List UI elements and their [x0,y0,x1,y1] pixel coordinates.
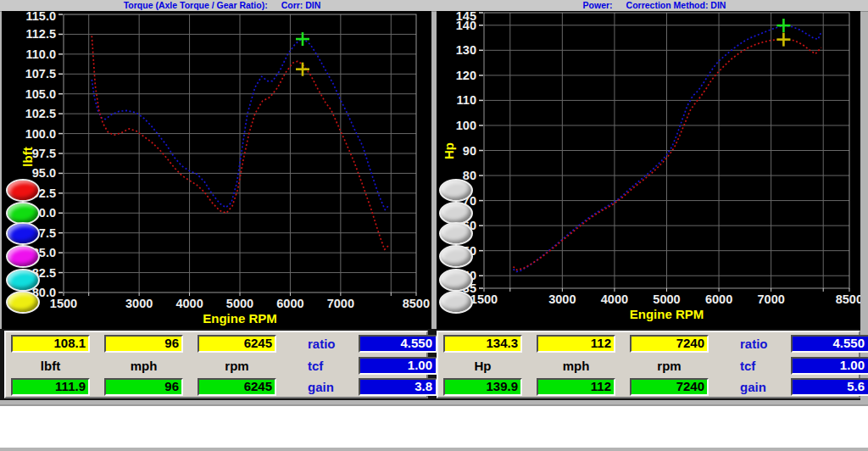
footer-bar: HPS PERFORMANCE PRODUCTS Folder Run ID D… [0,404,868,448]
svg-text:Engine RPM: Engine RPM [203,311,277,326]
dyno-application-window: Torque (Axle Torque / Gear Ratio):Corr: … [0,0,868,451]
bottom-frame-edge [0,448,868,451]
power-unit-label: Hp [443,359,522,373]
speed-unit-label-2: mph [537,359,615,373]
power-corrected-value: 139.9 [443,378,522,396]
torque-correction-label: Corr: DIN [281,0,321,10]
torque-gain-value: 3.8 [359,378,437,396]
power-units-row: Hp mph rpm tcf 1.00 [443,357,868,375]
torque-curve-button-red[interactable] [6,179,40,202]
svg-text:Engine RPM: Engine RPM [630,307,704,321]
svg-text:97.5: 97.5 [32,147,56,160]
power-readout-panel: 134.3 112 7240 ratio 4.550 Hp mph rpm tc… [437,331,860,398]
power-curve-button-5 [439,269,473,292]
torque-corrected-value: 111.9 [11,378,90,396]
power-corrected-mph: 112 [537,378,615,396]
torque-ratio-label: ratio [308,337,359,351]
power-peak-value: 134.3 [443,335,522,353]
svg-text:95.0: 95.0 [32,166,56,180]
svg-text:90: 90 [463,144,476,158]
torque-curve-button-yellow[interactable] [6,291,40,314]
torque-corrected-rpm: 6245 [198,378,276,396]
power-corrected-row: 139.9 112 7240 gain 5.6 [443,378,868,396]
torque-corrected-row: 111.9 96 6245 gain 3.8 [11,378,437,396]
power-tcf-value: 1.00 [791,357,868,375]
power-curve-button-2 [439,202,473,225]
torque-gain-label: gain [308,380,359,394]
rpm-unit-label-2: rpm [630,359,709,373]
svg-text:4000: 4000 [175,297,203,310]
torque-tcf-value: 1.00 [359,357,437,375]
torque-chart-title: Torque (Axle Torque / Gear Ratio):Corr: … [124,0,321,10]
power-peak-rpm: 7240 [630,335,709,353]
torque-chart: 1500300040005000600070008500115.0112.511… [2,11,431,329]
power-curve-button-4 [439,245,473,268]
torque-unit-label: lbft [11,359,90,373]
svg-text:lbft: lbft [20,147,35,166]
power-ratio-value: 4.550 [791,335,868,353]
torque-peak-rpm: 6245 [198,335,276,353]
svg-text:115.0: 115.0 [26,11,57,23]
torque-curve-button-magenta[interactable] [6,245,40,268]
power-gain-value: 5.6 [791,378,868,396]
svg-text:Hp: Hp [442,142,456,159]
power-curve-button-6 [439,291,473,314]
torque-curve-button-cyan[interactable] [6,269,40,292]
power-gain-label: gain [740,380,791,394]
svg-text:120: 120 [456,69,476,82]
svg-text:110: 110 [457,93,476,107]
power-chart-title: Power:Correction Method: DIN [583,0,726,10]
torque-curve-button-blue[interactable] [6,222,40,245]
svg-text:3000: 3000 [125,297,153,310]
svg-text:4000: 4000 [601,292,628,306]
svg-text:110.0: 110.0 [26,47,57,61]
power-plot-area: 1500300040005000600070008500145140130120… [437,11,860,329]
power-ratio-label: ratio [740,337,791,351]
svg-text:8500: 8500 [836,292,860,306]
torque-units-row: lbft mph rpm tcf 1.00 [11,357,437,375]
torque-curve-button-green[interactable] [6,202,40,225]
svg-text:6000: 6000 [705,292,732,306]
power-corrected-rpm: 7240 [630,378,709,396]
svg-text:5000: 5000 [226,297,253,310]
svg-text:3000: 3000 [548,292,576,306]
svg-text:5000: 5000 [653,292,680,306]
torque-corrected-mph: 96 [104,378,183,396]
torque-peak-mph: 96 [104,335,183,353]
svg-text:107.5: 107.5 [25,67,56,81]
svg-text:105.0: 105.0 [25,87,56,101]
svg-text:8500: 8500 [403,297,430,310]
power-curve-button-1 [439,179,473,202]
svg-text:140: 140 [456,19,476,32]
speed-unit-label: mph [104,359,183,373]
torque-peak-row: 108.1 96 6245 ratio 4.550 [11,335,437,353]
power-curve-button-3 [439,222,473,245]
svg-text:102.5: 102.5 [25,107,56,120]
power-tcf-label: tcf [740,359,791,373]
chart-header-bar: Torque (Axle Torque / Gear Ratio):Corr: … [0,0,868,12]
svg-text:7000: 7000 [327,297,354,310]
svg-text:6000: 6000 [276,297,303,310]
torque-peak-value: 108.1 [11,335,90,353]
torque-readout-panel: 108.1 96 6245 ratio 4.550 lbft mph rpm t… [4,331,428,398]
svg-text:7000: 7000 [758,292,785,306]
power-peak-mph: 112 [537,335,615,353]
torque-ratio-value: 4.550 [359,335,437,353]
power-chart: 1500300040005000600070008500145140130120… [437,11,860,329]
svg-text:100: 100 [456,119,476,132]
power-peak-row: 134.3 112 7240 ratio 4.550 [443,335,868,353]
svg-text:130: 130 [456,43,476,57]
rpm-unit-label: rpm [198,359,276,373]
torque-plot-area: 1500300040005000600070008500115.0112.511… [2,11,431,329]
torque-tcf-label: tcf [308,359,359,373]
power-correction-label: Correction Method: DIN [626,0,726,10]
svg-text:100.0: 100.0 [25,127,56,141]
svg-text:112.5: 112.5 [26,27,57,41]
